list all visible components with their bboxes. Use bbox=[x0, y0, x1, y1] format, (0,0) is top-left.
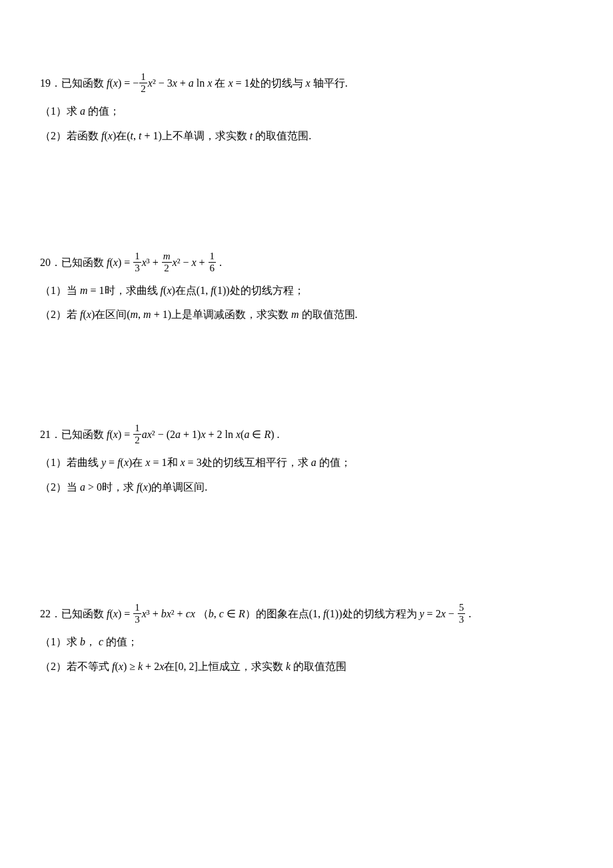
text: 时，求曲线 bbox=[105, 285, 158, 296]
problem-19: 19．已知函数 f(x) = −12x² − 3x + a ln x 在 x =… bbox=[40, 73, 573, 146]
text: 处的切线与 bbox=[250, 77, 303, 89]
eq1: = 1 bbox=[150, 457, 167, 468]
t: t bbox=[250, 130, 253, 141]
paren: )在( bbox=[113, 130, 131, 141]
m: m bbox=[291, 309, 299, 320]
c: c bbox=[99, 636, 103, 647]
x: x bbox=[191, 608, 195, 619]
text: 的值； bbox=[319, 457, 351, 468]
text: 已知函数 bbox=[61, 257, 104, 268]
expr: ² − 3 bbox=[153, 77, 173, 89]
x: x bbox=[207, 77, 212, 89]
problem-20-part-2: （2）若 f(x)在区间(m, m + 1)上是单调减函数，求实数 m 的取值范… bbox=[40, 305, 573, 325]
plus1: + 1) bbox=[141, 130, 161, 141]
text: 上是单调减函数，求实数 bbox=[171, 309, 289, 320]
text: 和 bbox=[167, 457, 178, 468]
plus: + bbox=[177, 77, 189, 89]
problem-22: 22．已知函数 f(x) = 13x³ + bx² + cx （b, c ∈ R… bbox=[40, 604, 573, 677]
eq1: = 1 bbox=[233, 77, 250, 89]
text: （2）若不等式 bbox=[40, 661, 109, 672]
eq1: = 1 bbox=[88, 285, 105, 296]
problem-21-stem: 21．已知函数 f(x) = 12ax² − (2a + 1)x + 2 ln … bbox=[40, 425, 573, 447]
text: （2）若 bbox=[40, 309, 77, 320]
period: . bbox=[466, 608, 471, 619]
sq: ² − bbox=[177, 257, 192, 268]
text: 时，求 bbox=[102, 481, 134, 493]
problem-20-stem: 20．已知函数 f(x) = 13x³ + m2x² − x + 16 . bbox=[40, 253, 573, 275]
text: 的取值范围 bbox=[293, 661, 346, 672]
m: m bbox=[131, 309, 139, 320]
x: x bbox=[119, 661, 123, 672]
text: 的单调区间. bbox=[151, 481, 207, 493]
text: 已知函数 bbox=[61, 608, 104, 619]
text: ）的图象在点 bbox=[245, 608, 309, 619]
cube: ³ + bbox=[147, 608, 161, 619]
c: c bbox=[219, 608, 224, 619]
problem-number: 22． bbox=[40, 608, 61, 619]
x: x bbox=[191, 257, 196, 268]
problem-22-part-2: （2）若不等式 f(x) ≥ k + 2x在[0, 2]上恒成立，求实数 k 的… bbox=[40, 657, 573, 677]
problem-20: 20．已知函数 f(x) = 13x³ + m2x² − x + 16 . （1… bbox=[40, 253, 573, 325]
text: （2）当 bbox=[40, 481, 77, 493]
eq: = 2 bbox=[424, 608, 441, 619]
comma: , bbox=[214, 608, 219, 619]
text: （ bbox=[195, 608, 209, 619]
eq: ) = bbox=[118, 257, 133, 268]
comma: , bbox=[133, 130, 139, 141]
a: a bbox=[80, 105, 85, 117]
text: 轴平行. bbox=[313, 77, 348, 89]
b: b bbox=[80, 636, 85, 647]
problem-21-part-2: （2）当 a > 0时，求 f(x)的单调区间. bbox=[40, 478, 573, 497]
geq: ) ≥ bbox=[123, 661, 138, 672]
text: 的取值范围. bbox=[255, 130, 311, 141]
x: x bbox=[142, 257, 147, 268]
x: x bbox=[108, 130, 113, 141]
eq: = bbox=[106, 457, 117, 468]
x: x bbox=[173, 257, 177, 268]
text: 上不单调，求实数 bbox=[162, 130, 247, 141]
comma: , bbox=[138, 309, 143, 320]
frac-13: 13 bbox=[133, 251, 141, 273]
text: 在 bbox=[132, 457, 143, 468]
text: 的值； bbox=[88, 105, 120, 117]
problem-22-stem: 22．已知函数 f(x) = 13x³ + bx² + cx （b, c ∈ R… bbox=[40, 604, 573, 626]
cube: ³ + bbox=[147, 257, 161, 268]
c: c bbox=[186, 608, 191, 619]
x: x bbox=[167, 608, 171, 619]
b: b bbox=[209, 608, 214, 619]
text: 处的切线方程为 bbox=[342, 608, 417, 619]
paren: ) . bbox=[271, 429, 279, 440]
in: ∈ bbox=[249, 429, 264, 440]
text: （1）求 bbox=[40, 105, 77, 117]
frac-12: 12 bbox=[133, 423, 141, 445]
x: x bbox=[173, 77, 177, 89]
eq: ) = − bbox=[118, 77, 139, 89]
problem-number: 21． bbox=[40, 429, 61, 440]
frac-53: 53 bbox=[458, 603, 466, 625]
sq: ² − (2 bbox=[152, 429, 175, 440]
problem-22-part-1: （1）求 b， c 的值； bbox=[40, 633, 573, 652]
frac-16: 16 bbox=[209, 251, 217, 273]
x: x bbox=[148, 77, 153, 89]
a: a bbox=[175, 429, 181, 440]
x: x bbox=[143, 481, 148, 493]
plus2: + 2 bbox=[143, 661, 159, 672]
y: y bbox=[420, 608, 424, 619]
R: R bbox=[264, 429, 271, 440]
R: R bbox=[239, 608, 245, 619]
x: x bbox=[306, 77, 310, 89]
x: x bbox=[236, 429, 241, 440]
pt: (1, bbox=[197, 285, 211, 296]
problem-19-part-1: （1）求 a 的值； bbox=[40, 102, 573, 121]
text: （2）若函数 bbox=[40, 130, 99, 141]
pt: (1)) bbox=[214, 285, 230, 296]
text: （1）求 bbox=[40, 636, 77, 647]
pt: (1, bbox=[309, 608, 323, 619]
frac-m2: m2 bbox=[162, 251, 172, 273]
x: x bbox=[441, 608, 446, 619]
problem-number: 20． bbox=[40, 257, 61, 268]
problem-21: 21．已知函数 f(x) = 12ax² − (2a + 1)x + 2 ln … bbox=[40, 425, 573, 497]
x: x bbox=[113, 429, 118, 440]
k: k bbox=[286, 661, 291, 672]
text: 在点 bbox=[175, 285, 197, 296]
